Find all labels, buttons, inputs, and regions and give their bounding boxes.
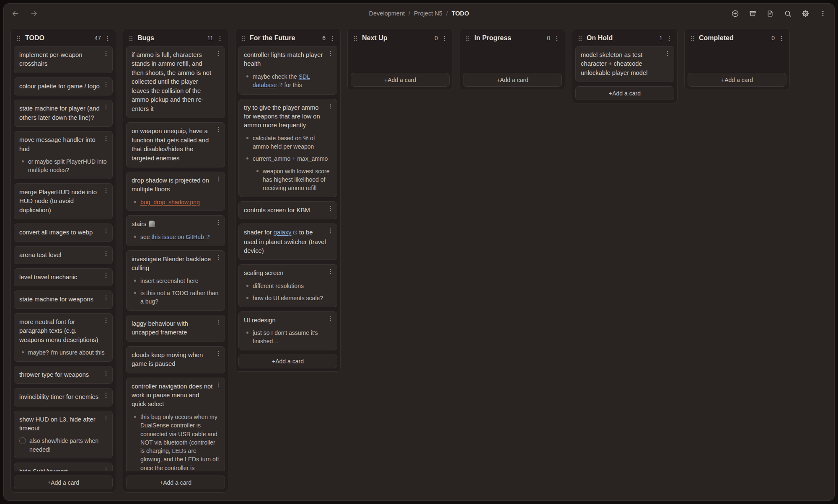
card[interactable]: scaling screendifferent resolutionshow d…: [238, 264, 337, 307]
card[interactable]: state machine for player (and others lat…: [14, 100, 113, 127]
card-menu-button[interactable]: [328, 228, 334, 235]
card[interactable]: if ammo is full, characters stands in am…: [126, 46, 225, 118]
card[interactable]: shader for galaxy to be used in planet s…: [238, 224, 337, 260]
card-menu-button[interactable]: [328, 50, 334, 58]
card-menu-button[interactable]: [103, 188, 109, 195]
card[interactable]: controller navigation does not work in p…: [126, 378, 225, 471]
card-menu-button[interactable]: [328, 103, 334, 111]
more-menu-button[interactable]: [819, 10, 827, 17]
add-card-button[interactable]: +Add a card: [688, 73, 786, 87]
drag-handle-icon[interactable]: [465, 35, 471, 41]
new-item-button[interactable]: [731, 10, 739, 18]
card-menu-button[interactable]: [103, 228, 109, 235]
external-link[interactable]: galaxy: [274, 229, 292, 236]
card[interactable]: clouds keep moving when game is paused: [126, 346, 225, 373]
kebab-menu-icon: [103, 273, 109, 280]
text: on weapon unequip, have a function that …: [132, 128, 209, 161]
drag-handle-icon[interactable]: [16, 35, 21, 41]
column-menu-button[interactable]: [105, 35, 111, 41]
card[interactable]: controller lights match player healthmay…: [238, 46, 337, 95]
card-menu-button[interactable]: [103, 50, 109, 58]
drag-handle-icon[interactable]: [690, 35, 695, 41]
card-menu-button[interactable]: [103, 273, 109, 280]
card-menu-button[interactable]: [103, 392, 109, 400]
card[interactable]: state machine for weapons: [14, 291, 113, 309]
card-menu-button[interactable]: [103, 250, 109, 258]
card[interactable]: UI redesignjust so I don't assume it's f…: [238, 311, 337, 350]
card[interactable]: investigate Blender backface cullinginse…: [126, 250, 225, 311]
card-list: [463, 46, 562, 69]
breadcrumb-item-project[interactable]: Project N5: [414, 10, 442, 17]
card-menu-button[interactable]: [103, 295, 109, 302]
card[interactable]: show HUD on L3, hide after timeoutalso s…: [14, 411, 113, 459]
archive-button[interactable]: [749, 10, 757, 18]
card[interactable]: convert all images to webp: [14, 224, 113, 242]
card-menu-button[interactable]: [215, 50, 221, 58]
card-menu-button[interactable]: [215, 176, 221, 183]
card[interactable]: level travel mechanic: [14, 268, 113, 286]
breadcrumb-item-development[interactable]: Development: [369, 10, 405, 17]
column-title: Next Up: [362, 34, 387, 42]
card-menu-button[interactable]: [215, 319, 221, 327]
add-card-button[interactable]: +Add a card: [238, 355, 337, 368]
card[interactable]: colour palette for game / logo: [14, 77, 113, 95]
card-menu-button[interactable]: [215, 382, 221, 389]
column-header: TODO47: [14, 31, 113, 46]
column-card-count: 47: [94, 35, 101, 41]
moai-emoji: [149, 221, 155, 227]
card[interactable]: move message handler into hudor maybe sp…: [14, 131, 113, 179]
attachment-link[interactable]: bug_drop_shadow.png: [140, 199, 200, 206]
card-menu-button[interactable]: [103, 135, 109, 143]
column-menu-button[interactable]: [666, 35, 672, 41]
column-menu-button[interactable]: [217, 35, 223, 41]
card-menu-button[interactable]: [103, 415, 109, 422]
card-menu-button[interactable]: [215, 350, 221, 358]
card-menu-button[interactable]: [328, 206, 334, 213]
column-menu-button[interactable]: [554, 35, 560, 41]
card[interactable]: hide SubViewport environment for item pr…: [14, 463, 113, 471]
drag-handle-icon[interactable]: [241, 35, 246, 41]
card-menu-button[interactable]: [328, 268, 334, 276]
back-button[interactable]: [11, 10, 19, 18]
card[interactable]: implement per-weapon crosshairs: [14, 46, 113, 73]
add-card-button[interactable]: +Add a card: [463, 73, 562, 87]
forward-button[interactable]: [30, 10, 38, 18]
card-menu-button[interactable]: [215, 126, 221, 134]
card[interactable]: drop shadow is projected on multiple flo…: [126, 172, 225, 211]
card-menu-button[interactable]: [328, 316, 334, 323]
notes-button[interactable]: [766, 10, 774, 18]
card[interactable]: on weapon unequip, have a function that …: [126, 122, 225, 167]
card-menu-button[interactable]: [665, 50, 670, 58]
card-menu-button[interactable]: [103, 467, 109, 471]
column-menu-button[interactable]: [329, 35, 335, 41]
drag-handle-icon[interactable]: [128, 35, 134, 41]
card-menu-button[interactable]: [103, 370, 109, 378]
drag-handle-icon[interactable]: [577, 35, 583, 41]
card-menu-button[interactable]: [103, 104, 109, 111]
card[interactable]: arena test level: [14, 246, 113, 264]
card[interactable]: more neutral font for paragraph texts (e…: [14, 313, 113, 362]
add-card-button[interactable]: +Add a card: [575, 86, 674, 100]
card-menu-button[interactable]: [103, 82, 109, 89]
add-card-button[interactable]: +Add a card: [351, 73, 450, 87]
settings-button[interactable]: [802, 10, 810, 18]
drag-handle-icon[interactable]: [353, 35, 358, 41]
add-card-button[interactable]: +Add a card: [14, 476, 113, 489]
column-menu-button[interactable]: [442, 35, 447, 41]
card-menu-button[interactable]: [215, 255, 221, 262]
card[interactable]: merge PlayerHUD node into HUD node (to a…: [14, 183, 113, 219]
card[interactable]: invincibility timer for enemies: [14, 388, 113, 406]
card-menu-button[interactable]: [103, 317, 109, 325]
card[interactable]: controls screen for KBM: [238, 201, 337, 219]
circle-checkbox[interactable]: [19, 437, 26, 444]
card[interactable]: try to give the player ammo for weapons …: [238, 99, 337, 197]
add-card-button[interactable]: +Add a card: [126, 476, 225, 489]
card[interactable]: model skeleton as test character + cheat…: [575, 46, 674, 82]
card[interactable]: stairssee this issue on GitHub: [126, 215, 225, 246]
column-menu-button[interactable]: [779, 35, 784, 41]
card[interactable]: thrower type for weapons: [14, 366, 113, 384]
card[interactable]: laggy behaviour with uncapped framerate: [126, 315, 225, 342]
external-link[interactable]: this issue on GitHub: [151, 234, 204, 240]
card-menu-button[interactable]: [215, 219, 221, 227]
search-button[interactable]: [784, 10, 792, 18]
